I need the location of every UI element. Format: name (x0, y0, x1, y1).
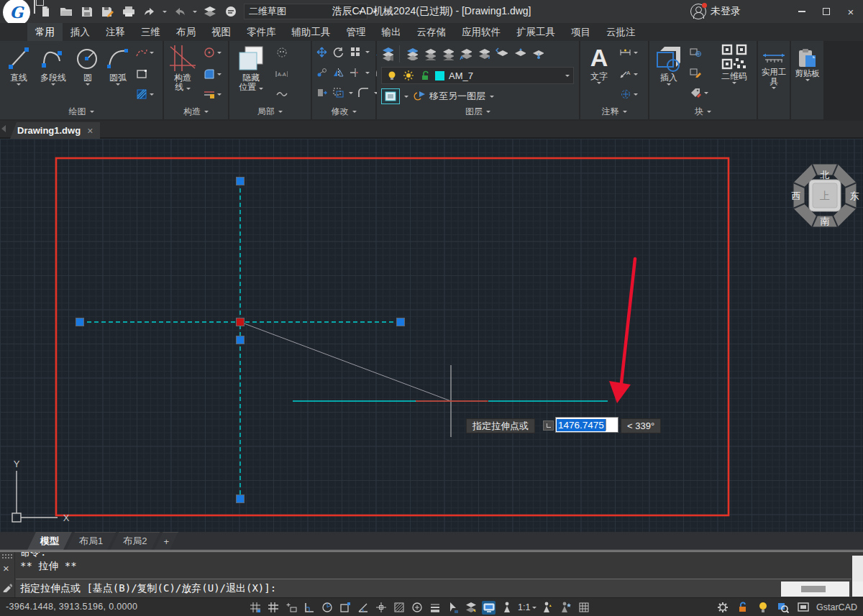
trim-icon[interactable] (349, 67, 361, 78)
move-icon[interactable] (316, 46, 328, 58)
angle-snap-icon[interactable] (356, 601, 370, 615)
insert-block-button[interactable]: 插入 (652, 44, 685, 86)
scrollbar-thumb[interactable] (801, 586, 826, 592)
layer-lock-icon[interactable] (460, 48, 472, 60)
create-block-button[interactable] (690, 47, 702, 58)
spline-button[interactable] (135, 47, 154, 58)
layer-on-icon[interactable] (406, 48, 418, 60)
panel-construct-footer[interactable]: 构造 (164, 106, 228, 118)
dimension-button[interactable] (619, 47, 638, 58)
dynamic-input-toggle-icon[interactable] (374, 601, 388, 615)
layer-isolate-icon[interactable] (424, 48, 436, 60)
tab-model[interactable]: 模型 (27, 532, 72, 550)
break-line-button[interactable] (275, 88, 288, 100)
tab-project[interactable]: 项目 (563, 23, 598, 41)
copy-icon[interactable] (316, 67, 328, 78)
fillet-icon[interactable] (357, 87, 370, 98)
fillet-rect-button[interactable] (203, 68, 222, 80)
move-to-layer-label[interactable]: 移至另一图层 (429, 90, 485, 103)
polar-tracking-icon[interactable] (320, 601, 334, 615)
tab-express[interactable]: 扩展工具 (508, 23, 563, 41)
app-logo-icon[interactable]: G (3, 0, 30, 26)
rotate-icon[interactable] (332, 46, 344, 58)
object-search-icon[interactable] (776, 601, 790, 615)
grid-toggle-icon[interactable] (266, 601, 280, 615)
redo-button[interactable] (172, 4, 188, 19)
doc-restore-icon[interactable] (34, 0, 35, 14)
move-to-layer-chevron-icon[interactable] (490, 96, 494, 98)
command-prompt-line[interactable]: 指定拉伸点或 [基点(B)/复制(C)/放弃(U)/退出(X)]: (16, 579, 851, 597)
panel-draw-footer[interactable]: 绘图 (0, 106, 163, 118)
compass-south-label[interactable]: 南 (821, 216, 830, 226)
tab-layout2[interactable]: 布局2 (110, 532, 160, 550)
hide-position-button[interactable]: 隐藏位置 (232, 44, 270, 92)
unlock-icon[interactable] (736, 601, 749, 615)
trim-chevron-icon[interactable] (365, 72, 370, 74)
offset-chevron-icon[interactable] (349, 92, 353, 94)
stretch-icon[interactable] (316, 87, 328, 98)
layer-current-icon[interactable] (478, 48, 490, 60)
annotation-scale-control[interactable]: 1:1 (518, 602, 536, 612)
document-tab-close-icon[interactable]: × (87, 125, 93, 137)
compass-west-label[interactable]: 西 (792, 190, 801, 201)
center-mark-button[interactable] (619, 88, 638, 100)
command-drag-handle-icon[interactable] (2, 554, 12, 558)
section-view-button[interactable] (275, 47, 288, 58)
layer-walk-icon[interactable] (531, 48, 544, 60)
tab-aux-tools[interactable]: 辅助工具 (284, 23, 339, 41)
tab-layout1[interactable]: 布局1 (66, 532, 116, 550)
array-icon[interactable] (349, 46, 361, 58)
maximize-button[interactable] (814, 0, 839, 23)
command-horizontal-scrollbar[interactable] (781, 581, 849, 597)
minimize-button[interactable] (790, 0, 814, 23)
paste-button[interactable]: 剪贴板 (791, 48, 823, 81)
panel-annotate-footer[interactable]: 注释 (580, 106, 648, 118)
layer-match-icon[interactable] (513, 48, 526, 60)
tab-home[interactable]: 常用 (27, 23, 63, 41)
attribute-tag-button[interactable] (690, 87, 708, 98)
text-button[interactable]: A 文字 (583, 44, 615, 84)
selection-cycling-icon[interactable] (446, 601, 460, 615)
drawing-canvas[interactable]: 北 南 西 东 上 Y X 指定拉伸点或 1476.7475 < 339° (0, 139, 863, 532)
new-file-button[interactable] (37, 4, 53, 19)
panel-modify-footer[interactable]: 修改 (312, 106, 375, 118)
annotation-monitor-icon[interactable] (482, 601, 496, 615)
hardware-accel-bulb-icon[interactable] (756, 601, 770, 615)
print-button[interactable] (121, 4, 137, 19)
utility-tools-button[interactable]: 实用工具 (758, 48, 790, 89)
layer-freeze-icon[interactable] (442, 48, 454, 60)
compass-east-label[interactable]: 东 (850, 190, 859, 201)
tab-parts[interactable]: 零件库 (239, 23, 284, 41)
command-window[interactable]: × 命令: ** 拉伸 ** 指定拉伸点或 [基点(B)/复制(C)/放弃(U)… (0, 550, 863, 597)
panel-partial-footer[interactable]: 局部 (229, 106, 311, 118)
snap-toggle-icon[interactable] (248, 601, 262, 615)
clean-screen-icon[interactable] (796, 601, 810, 615)
layer-combo[interactable]: AM_7 (381, 67, 574, 84)
rectangle-button[interactable] (135, 68, 147, 80)
annotation-scale-person-icon[interactable] (500, 601, 513, 615)
tab-annotate[interactable]: 注释 (98, 23, 133, 41)
tab-output[interactable]: 输出 (374, 23, 409, 41)
doc-tab-scroll-left-icon[interactable] (1, 125, 6, 132)
mirror-icon[interactable] (332, 67, 344, 78)
tab-view[interactable]: 视图 (204, 23, 239, 41)
save-as-button[interactable] (100, 4, 116, 19)
compass-top-label[interactable]: 上 (820, 190, 830, 201)
panel-layers-footer[interactable]: 图层 (377, 106, 579, 118)
tab-apps[interactable]: 应用软件 (454, 23, 508, 41)
ortho-toggle-icon[interactable] (302, 601, 316, 615)
edit-block-button[interactable] (690, 67, 702, 78)
offset-icon[interactable] (332, 87, 344, 98)
tab-cloud[interactable]: 云存储 (409, 23, 455, 41)
compass-north-label[interactable]: 北 (821, 170, 830, 180)
brand-label[interactable]: GstarCAD (816, 602, 857, 612)
make-current-layer-button[interactable] (381, 88, 400, 104)
command-vertical-scrollbar[interactable] (852, 556, 863, 581)
autoscale-icon[interactable] (559, 601, 572, 615)
dynamic-input-field[interactable]: 1476.7475 (555, 417, 618, 433)
tab-insert[interactable]: 插入 (63, 23, 98, 41)
command-close-icon[interactable]: × (3, 564, 9, 574)
tab-manage[interactable]: 管理 (339, 23, 374, 41)
annotation-visibility-icon[interactable] (541, 601, 554, 615)
center-circle-button[interactable] (203, 47, 222, 58)
